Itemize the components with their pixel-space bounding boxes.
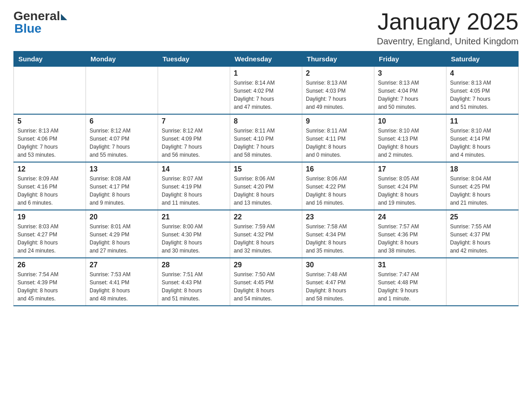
- day-cell: 8Sunrise: 8:11 AMSunset: 4:10 PMDaylight…: [230, 114, 302, 162]
- day-number: 22: [234, 213, 298, 221]
- column-header-monday: Monday: [86, 51, 158, 67]
- day-cell: 18Sunrise: 8:04 AMSunset: 4:25 PMDayligh…: [446, 162, 519, 210]
- day-number: 16: [306, 165, 370, 173]
- day-number: 1: [234, 69, 298, 77]
- day-number: 25: [450, 213, 515, 221]
- day-cell: 6Sunrise: 8:12 AMSunset: 4:07 PMDaylight…: [86, 114, 158, 162]
- calendar-title: January 2025: [377, 9, 519, 34]
- day-number: 4: [450, 69, 515, 77]
- day-cell: 9Sunrise: 8:11 AMSunset: 4:11 PMDaylight…: [302, 114, 374, 162]
- day-cell: 16Sunrise: 8:06 AMSunset: 4:22 PMDayligh…: [302, 162, 374, 210]
- day-info: Sunrise: 8:00 AMSunset: 4:30 PMDaylight:…: [162, 223, 226, 255]
- day-number: 12: [17, 165, 82, 173]
- day-cell: 1Sunrise: 8:14 AMSunset: 4:02 PMDaylight…: [230, 67, 302, 115]
- day-cell: [14, 67, 86, 115]
- day-number: 19: [17, 213, 82, 221]
- day-info: Sunrise: 8:13 AMSunset: 4:04 PMDaylight:…: [378, 79, 442, 111]
- day-number: 29: [234, 261, 298, 269]
- day-info: Sunrise: 8:04 AMSunset: 4:25 PMDaylight:…: [450, 175, 515, 207]
- day-number: 3: [378, 69, 442, 77]
- day-number: 28: [162, 261, 226, 269]
- day-cell: 11Sunrise: 8:10 AMSunset: 4:14 PMDayligh…: [446, 114, 519, 162]
- day-info: Sunrise: 7:51 AMSunset: 4:43 PMDaylight:…: [162, 270, 226, 303]
- day-number: 31: [378, 261, 442, 269]
- logo-arrow-icon: [61, 14, 67, 20]
- day-info: Sunrise: 7:54 AMSunset: 4:39 PMDaylight:…: [17, 270, 82, 303]
- logo-area: General Blue: [13, 9, 67, 36]
- day-number: 14: [162, 165, 226, 173]
- day-number: 18: [450, 165, 515, 173]
- day-info: Sunrise: 8:11 AMSunset: 4:10 PMDaylight:…: [234, 127, 298, 159]
- day-cell: 26Sunrise: 7:54 AMSunset: 4:39 PMDayligh…: [14, 258, 86, 306]
- day-info: Sunrise: 8:05 AMSunset: 4:24 PMDaylight:…: [378, 175, 442, 207]
- calendar-subtitle: Daventry, England, United Kingdom: [377, 36, 519, 47]
- column-header-thursday: Thursday: [302, 51, 374, 67]
- day-cell: 29Sunrise: 7:50 AMSunset: 4:45 PMDayligh…: [230, 258, 302, 306]
- day-info: Sunrise: 8:07 AMSunset: 4:19 PMDaylight:…: [162, 175, 226, 207]
- day-info: Sunrise: 8:03 AMSunset: 4:27 PMDaylight:…: [17, 223, 82, 255]
- day-cell: 23Sunrise: 7:58 AMSunset: 4:34 PMDayligh…: [302, 210, 374, 258]
- day-cell: [158, 67, 230, 115]
- day-cell: 12Sunrise: 8:09 AMSunset: 4:16 PMDayligh…: [14, 162, 86, 210]
- day-number: 21: [162, 213, 226, 221]
- day-info: Sunrise: 8:09 AMSunset: 4:16 PMDaylight:…: [17, 175, 82, 207]
- week-row-2: 5Sunrise: 8:13 AMSunset: 4:06 PMDaylight…: [14, 114, 519, 162]
- day-cell: 14Sunrise: 8:07 AMSunset: 4:19 PMDayligh…: [158, 162, 230, 210]
- day-info: Sunrise: 7:48 AMSunset: 4:47 PMDaylight:…: [306, 270, 370, 303]
- day-number: 10: [378, 117, 442, 125]
- day-cell: 21Sunrise: 8:00 AMSunset: 4:30 PMDayligh…: [158, 210, 230, 258]
- day-info: Sunrise: 7:57 AMSunset: 4:36 PMDaylight:…: [378, 223, 442, 255]
- day-cell: 19Sunrise: 8:03 AMSunset: 4:27 PMDayligh…: [14, 210, 86, 258]
- week-row-4: 19Sunrise: 8:03 AMSunset: 4:27 PMDayligh…: [14, 210, 519, 258]
- day-info: Sunrise: 8:06 AMSunset: 4:20 PMDaylight:…: [234, 175, 298, 207]
- day-number: 8: [234, 117, 298, 125]
- day-info: Sunrise: 8:13 AMSunset: 4:05 PMDaylight:…: [450, 79, 515, 111]
- day-cell: 30Sunrise: 7:48 AMSunset: 4:47 PMDayligh…: [302, 258, 374, 306]
- day-cell: 27Sunrise: 7:53 AMSunset: 4:41 PMDayligh…: [86, 258, 158, 306]
- day-number: 26: [17, 261, 82, 269]
- day-info: Sunrise: 8:08 AMSunset: 4:17 PMDaylight:…: [90, 175, 154, 207]
- day-number: 20: [90, 213, 154, 221]
- day-number: 30: [306, 261, 370, 269]
- day-info: Sunrise: 8:01 AMSunset: 4:29 PMDaylight:…: [90, 223, 154, 255]
- day-info: Sunrise: 8:13 AMSunset: 4:03 PMDaylight:…: [306, 79, 370, 111]
- day-number: 6: [90, 117, 154, 125]
- day-cell: 3Sunrise: 8:13 AMSunset: 4:04 PMDaylight…: [374, 67, 446, 115]
- logo-blue-text: Blue: [13, 21, 42, 36]
- day-number: 5: [17, 117, 82, 125]
- day-cell: 24Sunrise: 7:57 AMSunset: 4:36 PMDayligh…: [374, 210, 446, 258]
- day-cell: 31Sunrise: 7:47 AMSunset: 4:48 PMDayligh…: [374, 258, 446, 306]
- header: General Blue January 2025 Daventry, Engl…: [13, 9, 519, 47]
- title-area: January 2025 Daventry, England, United K…: [377, 9, 519, 47]
- day-info: Sunrise: 7:47 AMSunset: 4:48 PMDaylight:…: [378, 270, 442, 303]
- day-cell: 15Sunrise: 8:06 AMSunset: 4:20 PMDayligh…: [230, 162, 302, 210]
- day-cell: 5Sunrise: 8:13 AMSunset: 4:06 PMDaylight…: [14, 114, 86, 162]
- day-cell: 20Sunrise: 8:01 AMSunset: 4:29 PMDayligh…: [86, 210, 158, 258]
- day-number: 23: [306, 213, 370, 221]
- column-header-tuesday: Tuesday: [158, 51, 230, 67]
- day-cell: [446, 258, 519, 306]
- day-number: 17: [378, 165, 442, 173]
- day-info: Sunrise: 7:59 AMSunset: 4:32 PMDaylight:…: [234, 223, 298, 255]
- column-header-saturday: Saturday: [446, 51, 519, 67]
- week-row-3: 12Sunrise: 8:09 AMSunset: 4:16 PMDayligh…: [14, 162, 519, 210]
- day-info: Sunrise: 8:06 AMSunset: 4:22 PMDaylight:…: [306, 175, 370, 207]
- day-info: Sunrise: 7:50 AMSunset: 4:45 PMDaylight:…: [234, 270, 298, 303]
- day-info: Sunrise: 8:12 AMSunset: 4:09 PMDaylight:…: [162, 127, 226, 159]
- day-cell: 10Sunrise: 8:10 AMSunset: 4:13 PMDayligh…: [374, 114, 446, 162]
- day-info: Sunrise: 8:10 AMSunset: 4:14 PMDaylight:…: [450, 127, 515, 159]
- day-info: Sunrise: 8:14 AMSunset: 4:02 PMDaylight:…: [234, 79, 298, 111]
- day-number: 24: [378, 213, 442, 221]
- day-number: 7: [162, 117, 226, 125]
- day-number: 9: [306, 117, 370, 125]
- day-info: Sunrise: 8:13 AMSunset: 4:06 PMDaylight:…: [17, 127, 82, 159]
- day-cell: 22Sunrise: 7:59 AMSunset: 4:32 PMDayligh…: [230, 210, 302, 258]
- day-cell: 4Sunrise: 8:13 AMSunset: 4:05 PMDaylight…: [446, 67, 519, 115]
- day-cell: 17Sunrise: 8:05 AMSunset: 4:24 PMDayligh…: [374, 162, 446, 210]
- column-header-wednesday: Wednesday: [230, 51, 302, 67]
- day-cell: 13Sunrise: 8:08 AMSunset: 4:17 PMDayligh…: [86, 162, 158, 210]
- day-info: Sunrise: 7:55 AMSunset: 4:37 PMDaylight:…: [450, 223, 515, 255]
- day-info: Sunrise: 8:11 AMSunset: 4:11 PMDaylight:…: [306, 127, 370, 159]
- day-number: 2: [306, 69, 370, 77]
- day-info: Sunrise: 7:58 AMSunset: 4:34 PMDaylight:…: [306, 223, 370, 255]
